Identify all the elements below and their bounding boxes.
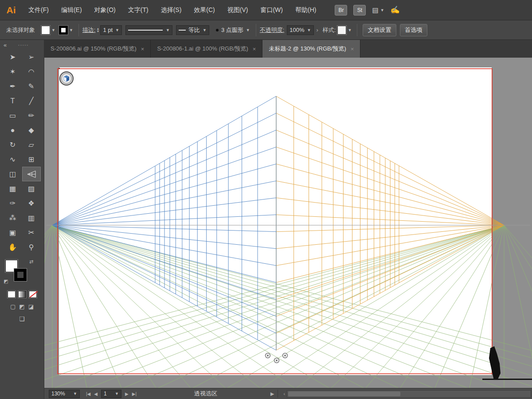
menu-item-4[interactable]: 选择(S): [155, 0, 188, 20]
eyedropper-tool[interactable]: ✑: [4, 196, 22, 211]
stroke-color-box[interactable]: [14, 269, 27, 281]
bridge-button[interactable]: Br: [335, 5, 347, 16]
none-button[interactable]: [29, 291, 37, 298]
slice-tool[interactable]: ✂: [22, 225, 41, 240]
width-tool[interactable]: ∿: [4, 152, 22, 167]
status-expand-arrow[interactable]: ▶: [270, 391, 274, 397]
hand-tool[interactable]: ✋: [4, 240, 22, 254]
preferences-button[interactable]: 首选项: [400, 24, 427, 36]
artboard-number-field[interactable]: 1 ▼: [101, 390, 121, 398]
blob-brush-tool[interactable]: ●: [4, 123, 22, 137]
profile-preview: [179, 30, 186, 31]
column-graph-tool[interactable]: ▥: [22, 211, 41, 225]
stroke-color-picker[interactable]: ▼: [59, 26, 73, 35]
eraser-tool[interactable]: ◆: [22, 123, 41, 137]
type-tool[interactable]: T: [4, 94, 22, 108]
panel-expand-arrow[interactable]: ›: [317, 27, 318, 33]
panel-grip[interactable]: •••••: [7, 43, 40, 47]
fill-swatch[interactable]: [41, 26, 50, 35]
menu-item-1[interactable]: 编辑(E): [55, 0, 88, 20]
opacity-field[interactable]: 100% ▼: [287, 25, 313, 35]
scroll-left-arrow[interactable]: ‹: [283, 391, 285, 396]
stroke-weight-field[interactable]: 1 pt ▼: [100, 25, 122, 35]
next-page-button[interactable]: ▶: [125, 391, 129, 396]
free-transform-tool[interactable]: ⊞: [22, 152, 41, 167]
stroke-weight-stepper[interactable]: ▲▼: [96, 27, 99, 33]
line-segment-tool[interactable]: ╱: [22, 94, 41, 108]
illustrator-logo: Ai: [0, 5, 22, 16]
lasso-tool[interactable]: ◠: [22, 64, 41, 79]
menu-item-0[interactable]: 文件(F): [22, 0, 55, 20]
zoom-tool[interactable]: ⚲: [22, 240, 41, 254]
panel-collapse-button[interactable]: «: [4, 42, 7, 48]
draw-inside-icon[interactable]: ◪: [28, 303, 34, 310]
first-page-button[interactable]: |◀: [86, 391, 90, 396]
stroke-weight-label[interactable]: 描边:: [82, 26, 96, 34]
chevron-down-icon: ▼: [69, 28, 73, 32]
pen-tool[interactable]: ✒: [4, 79, 22, 94]
screen-mode-button[interactable]: ❏: [0, 315, 44, 322]
paintbrush-tool[interactable]: ✏: [22, 108, 41, 123]
mesh-tool[interactable]: ▦: [4, 181, 22, 196]
scrollbar-thumb[interactable]: [288, 391, 400, 396]
pencil-tool[interactable]: ✎: [22, 79, 41, 94]
last-page-button[interactable]: ▶|: [132, 391, 137, 396]
default-fill-stroke-icon[interactable]: ◩: [4, 278, 8, 284]
width-profile-dropdown[interactable]: 等比 ▼: [176, 25, 209, 35]
fill-color-picker[interactable]: ▼: [41, 26, 55, 35]
menu-item-3[interactable]: 文字(T): [122, 0, 155, 20]
tab-title: S-200806.ai @ 150% (RGB/预览): [51, 45, 137, 53]
tab-title: 未标题-2 @ 130% (RGB/预览): [269, 45, 346, 53]
ground-grid-line: [504, 225, 532, 388]
zoom-level-dropdown[interactable]: 130% ▼: [49, 390, 80, 398]
rectangle-tool[interactable]: ▭: [4, 108, 22, 123]
menu-item-2[interactable]: 对象(O): [88, 0, 122, 20]
document-setup-button[interactable]: 文档设置: [363, 24, 396, 36]
document-tab-2[interactable]: 未标题-2 @ 130% (RGB/预览)×: [262, 40, 360, 58]
selection-tool[interactable]: ➤: [4, 50, 22, 64]
cs-live-icon[interactable]: ✍: [391, 5, 400, 15]
style-swatch[interactable]: [337, 26, 346, 35]
gradient-tool[interactable]: ▨: [22, 181, 41, 196]
tab-close-icon[interactable]: ×: [253, 46, 256, 52]
opacity-label[interactable]: 不透明度:: [260, 26, 285, 34]
gradient-button[interactable]: [18, 291, 26, 298]
shape-builder-tool[interactable]: ◫: [4, 167, 22, 181]
divider: [78, 24, 79, 36]
brush-dropdown[interactable]: 3 点圆形 ▼: [214, 25, 252, 35]
drawing-mode-row: ▢ ◩ ◪: [0, 303, 44, 310]
draw-normal-icon[interactable]: ▢: [10, 303, 16, 310]
symbol-sprayer-tool[interactable]: ⁂: [4, 211, 22, 225]
magic-wand-tool[interactable]: ✶: [4, 64, 22, 79]
swap-fill-stroke-icon[interactable]: ⇄: [29, 259, 33, 265]
tab-close-icon[interactable]: ×: [351, 46, 354, 52]
canvas-area[interactable]: [44, 58, 532, 388]
menu-item-5[interactable]: 效果(C): [188, 0, 221, 20]
menu-item-8[interactable]: 帮助(H): [289, 0, 322, 20]
menu-item-6[interactable]: 视图(V): [221, 0, 254, 20]
color-button[interactable]: [8, 291, 16, 298]
horizontal-scrollbar[interactable]: [287, 390, 531, 398]
menu-item-7[interactable]: 窗口(W): [254, 0, 289, 20]
stroke-style-dropdown[interactable]: ▼: [125, 25, 172, 35]
blend-tool[interactable]: ❖: [22, 196, 41, 211]
document-tab-0[interactable]: S-200806.ai @ 150% (RGB/预览)×: [44, 40, 151, 58]
grid-handle-dot: [276, 360, 277, 361]
stroke-swatch[interactable]: [59, 26, 68, 35]
direct-selection-tool[interactable]: ➢: [22, 50, 41, 64]
tab-close-icon[interactable]: ×: [141, 46, 145, 52]
stock-button[interactable]: St: [353, 5, 366, 16]
scale-tool[interactable]: ▱: [22, 137, 41, 152]
artboard-tool[interactable]: ▣: [4, 225, 22, 240]
workspace-switcher[interactable]: ▤ ▼: [372, 6, 384, 14]
prev-page-button[interactable]: ◀: [94, 391, 98, 396]
draw-behind-icon[interactable]: ◩: [19, 303, 24, 310]
rotate-tool[interactable]: ↻: [4, 137, 22, 152]
perspective-grid-tool[interactable]: [22, 167, 41, 181]
perspective-grid-canvas[interactable]: [44, 58, 532, 388]
menu-items: 文件(F)编辑(E)对象(O)文字(T)选择(S)效果(C)视图(V)窗口(W)…: [22, 0, 322, 20]
document-tab-1[interactable]: S-200806-1.ai @ 100% (RGB/预览)×: [151, 40, 262, 58]
chevron-down-icon: ▼: [51, 28, 55, 32]
chevron-down-icon: ▼: [380, 8, 384, 12]
style-picker[interactable]: ▼: [337, 26, 352, 35]
